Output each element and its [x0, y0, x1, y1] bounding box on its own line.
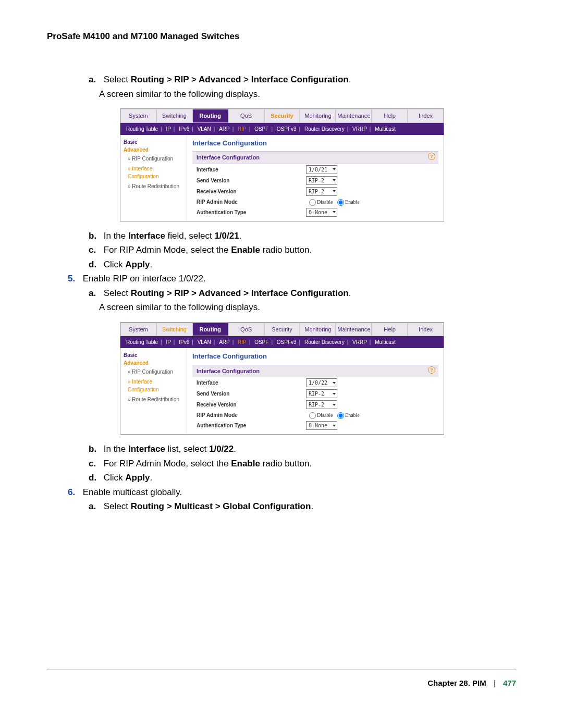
- text: .: [349, 75, 351, 84]
- page-footer: Chapter 28. PIM | 477: [47, 674, 516, 692]
- select-auth-type[interactable]: 0-None: [306, 208, 337, 217]
- tab-help[interactable]: Help: [372, 109, 408, 123]
- subtab[interactable]: Routing Table: [125, 126, 160, 132]
- sidebar-item[interactable]: » RIP Configuration: [124, 367, 183, 377]
- select-auth-type[interactable]: 0-None: [306, 421, 337, 430]
- tab-index[interactable]: Index: [408, 323, 444, 337]
- radio-enable-label: Enable: [345, 412, 360, 418]
- radio-disable-label: Disable: [317, 412, 333, 418]
- help-icon[interactable]: ?: [428, 366, 435, 374]
- step-a2: a. Select Routing > RIP > Advanced > Int…: [89, 287, 516, 300]
- text: Select: [104, 75, 131, 84]
- label-send-version: Send Version: [197, 390, 306, 398]
- chapter-label: Chapter 28. PIM: [427, 678, 486, 687]
- tab-qos[interactable]: QoS: [228, 323, 264, 337]
- subtab[interactable]: VRRP: [351, 126, 369, 132]
- select-send-version[interactable]: RIP-2: [306, 389, 337, 398]
- sidebar-advanced[interactable]: Advanced: [124, 146, 183, 154]
- step-a2-follow: A screen similar to the following displa…: [99, 301, 516, 314]
- tab-security[interactable]: Security: [264, 109, 300, 123]
- subtab[interactable]: OSPF: [253, 126, 270, 132]
- subtab[interactable]: OSPF: [253, 339, 270, 345]
- radio-disable-label: Disable: [317, 199, 333, 205]
- sidebar-basic[interactable]: Basic: [124, 351, 183, 359]
- panel-bar: Interface Configuration ?: [192, 365, 438, 378]
- panel-title: Interface Configuration: [192, 351, 438, 362]
- tab-security[interactable]: Security: [264, 323, 300, 337]
- footer-divider: [47, 670, 516, 670]
- select-receive-version[interactable]: RIP-2: [306, 400, 337, 409]
- marker: b.: [89, 229, 101, 243]
- help-icon[interactable]: ?: [428, 153, 435, 160]
- subtab[interactable]: IP: [164, 126, 172, 132]
- tab-index[interactable]: Index: [408, 109, 444, 123]
- subtab[interactable]: Router Discovery: [303, 339, 346, 345]
- label-auth-type: Authentication Type: [197, 208, 306, 216]
- subtab[interactable]: OSPFv3: [275, 126, 298, 132]
- subtab[interactable]: Routing Table: [125, 339, 160, 345]
- subtab[interactable]: VRRP: [351, 339, 369, 345]
- tab-qos[interactable]: QoS: [228, 109, 264, 123]
- label-interface: Interface: [197, 166, 306, 174]
- step-6: 6. Enable multicast globally.: [68, 486, 516, 499]
- step-d2: d. Click Apply.: [89, 471, 516, 485]
- tab-routing[interactable]: Routing: [192, 109, 228, 123]
- radio-enable[interactable]: [337, 412, 344, 419]
- sidebar-item-interface-config[interactable]: » Interface Configuration: [124, 377, 183, 394]
- label-admin-mode: RIP Admin Mode: [197, 411, 306, 419]
- label-auth-type: Authentication Type: [197, 422, 306, 429]
- sidebar-item[interactable]: » RIP Configuration: [124, 154, 183, 164]
- step-b2: b. In the Interface list, select 1/0/22.: [89, 442, 516, 456]
- marker: b.: [89, 442, 101, 456]
- marker: a.: [89, 287, 101, 300]
- select-receive-version[interactable]: RIP-2: [306, 187, 337, 196]
- tab-help[interactable]: Help: [372, 323, 408, 337]
- marker: a.: [89, 500, 101, 513]
- subtab[interactable]: IP: [164, 339, 172, 345]
- step-c2: c. For RIP Admin Mode, select the Enable…: [89, 457, 516, 471]
- tab-maintenance[interactable]: Maintenance: [336, 323, 372, 337]
- page-number: 477: [503, 678, 516, 687]
- select-send-version[interactable]: RIP-2: [306, 176, 337, 185]
- tab-switching[interactable]: Switching: [156, 109, 192, 123]
- radio-disable[interactable]: [309, 412, 316, 419]
- step-b1: b. In the Interface field, select 1/0/21…: [89, 229, 516, 243]
- step-a1: a. Select Routing > RIP > Advanced > Int…: [89, 73, 516, 87]
- radio-enable[interactable]: [337, 199, 344, 206]
- tab-maintenance[interactable]: Maintenance: [336, 109, 372, 123]
- subtab[interactable]: Multicast: [373, 339, 397, 345]
- tab-monitoring[interactable]: Monitoring: [300, 109, 336, 123]
- tab-routing[interactable]: Routing: [192, 323, 228, 337]
- marker: 5.: [68, 272, 80, 286]
- sidebar-basic[interactable]: Basic: [124, 138, 183, 146]
- tab-system[interactable]: System: [120, 323, 156, 337]
- label-interface: Interface: [197, 379, 306, 387]
- subtab[interactable]: ARP: [217, 339, 231, 345]
- subtab-rip[interactable]: RIP: [236, 126, 248, 132]
- subtab[interactable]: IPv6: [177, 339, 191, 345]
- subtab[interactable]: Router Discovery: [303, 126, 346, 132]
- select-interface[interactable]: 1/0/21: [306, 165, 337, 174]
- subtab[interactable]: VLAN: [196, 126, 213, 132]
- subtab[interactable]: Multicast: [373, 126, 397, 132]
- step-5: 5. Enable RIP on interface 1/0/22.: [68, 272, 516, 286]
- sidebar-item[interactable]: » Route Redistribution: [124, 181, 183, 191]
- subtab[interactable]: OSPFv3: [275, 339, 298, 345]
- subtabs: Routing Table| IP| IPv6| VLAN| ARP| RIP|…: [120, 336, 444, 348]
- tab-switching[interactable]: Switching: [156, 323, 192, 337]
- subtab[interactable]: ARP: [217, 126, 231, 132]
- subtab[interactable]: VLAN: [196, 339, 213, 345]
- select-interface[interactable]: 1/0/22: [306, 378, 337, 387]
- tab-system[interactable]: System: [120, 109, 156, 123]
- sidebar-item-interface-config[interactable]: » Interface Configuration: [124, 164, 183, 181]
- tab-monitoring[interactable]: Monitoring: [300, 323, 336, 337]
- label-receive-version: Receive Version: [197, 188, 306, 195]
- sidebar-item[interactable]: » Route Redistribution: [124, 394, 183, 404]
- marker: 6.: [68, 486, 80, 499]
- sidebar-advanced[interactable]: Advanced: [124, 359, 183, 367]
- subtab-rip[interactable]: RIP: [236, 339, 248, 345]
- radio-enable-label: Enable: [345, 199, 360, 205]
- radio-disable[interactable]: [309, 199, 316, 206]
- subtab[interactable]: IPv6: [177, 126, 191, 132]
- document-header: ProSafe M4100 and M7100 Managed Switches: [47, 31, 516, 42]
